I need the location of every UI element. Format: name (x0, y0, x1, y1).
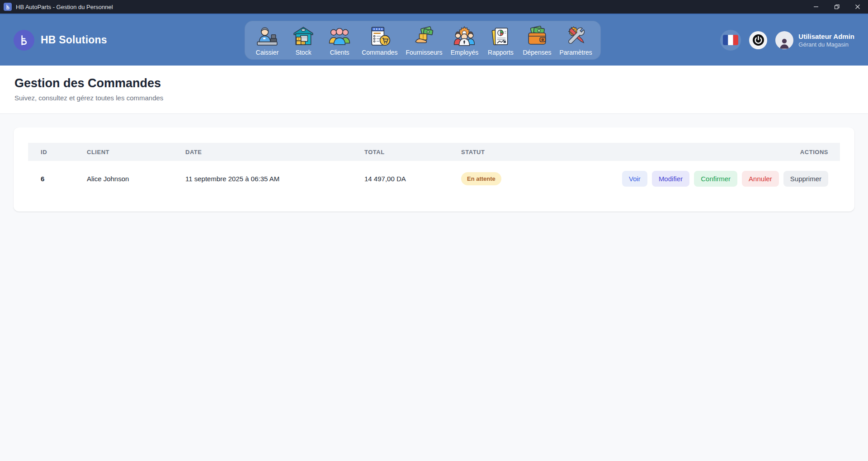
nav-item-label: Commandes (362, 49, 397, 56)
page-heading: Gestion des Commandes Suivez, consultez … (0, 66, 868, 114)
close-button[interactable] (847, 0, 868, 14)
cell-actions: VoirModifierConfirmerAnnulerSupprimer (622, 171, 840, 187)
column-header-total: TOTAL (352, 149, 448, 155)
delete-order-button[interactable]: Supprimer (783, 171, 828, 187)
nav-item-label: Dépenses (523, 49, 551, 56)
maximize-button[interactable] (826, 0, 847, 14)
header-right-cluster: Utilisateur Admin Gérant du Magasin (719, 30, 854, 51)
employees-icon (453, 25, 476, 48)
restore-icon (834, 4, 840, 9)
status-badge: En attente (461, 172, 501, 185)
nav-item-commandes[interactable]: Commandes (362, 25, 397, 56)
nav-item-label: Stock (296, 49, 311, 56)
logout-button[interactable] (749, 31, 767, 49)
brand-logo-icon (14, 30, 34, 51)
confirm-order-button[interactable]: Confirmer (694, 171, 737, 187)
orders-icon (368, 25, 391, 48)
brand-name: HB Solutions (41, 34, 107, 46)
avatar (775, 31, 793, 49)
orders-card: IDCLIENTDATETOTALSTATUTACTIONS 6Alice Jo… (14, 127, 854, 212)
user-silhouette-icon (778, 37, 791, 49)
warehouse-icon (292, 25, 315, 48)
column-header-id: ID (28, 149, 74, 155)
cell-total: 14 497,00 DA (352, 175, 448, 183)
page-subtitle: Suivez, consultez et gérez toutes les co… (14, 94, 854, 102)
nav-item-label: Fournisseurs (406, 49, 443, 56)
main-nav: CaissierStockClientsCommandesFournisseur… (245, 21, 601, 60)
view-order-button[interactable]: Voir (622, 171, 647, 187)
cell-status: En attente (448, 172, 622, 185)
cell-date: 11 septembre 2025 à 06:35 AM (173, 175, 352, 183)
column-header-date: DATE (173, 149, 352, 155)
nav-item-clients[interactable]: Clients (326, 25, 354, 56)
nav-item-depenses[interactable]: Dépenses (523, 25, 551, 56)
clients-icon (328, 25, 351, 48)
nav-item-label: Paramètres (559, 49, 592, 56)
cell-order-id: 6 (28, 175, 74, 183)
window-titlebar: HB AutoParts - Gestion du Personnel (0, 0, 868, 14)
table-body: 6Alice Johnson11 septembre 2025 à 06:35 … (28, 161, 840, 196)
nav-item-rapports[interactable]: Rapports (486, 25, 514, 56)
column-header-actions: ACTIONS (800, 149, 840, 155)
nav-item-caissier[interactable]: Caissier (253, 25, 281, 56)
nav-item-fournisseurs[interactable]: Fournisseurs (406, 25, 443, 56)
nav-item-label: Employés (451, 49, 478, 56)
nav-item-employes[interactable]: Employés (450, 25, 478, 56)
brand: HB Solutions (14, 30, 127, 51)
minimize-icon (813, 4, 819, 9)
nav-item-parametres[interactable]: Paramètres (559, 25, 592, 56)
table-header-row: IDCLIENTDATETOTALSTATUTACTIONS (28, 143, 840, 161)
power-icon (752, 34, 764, 46)
nav-item-label: Caissier (256, 49, 279, 56)
main-content: IDCLIENTDATETOTALSTATUTACTIONS 6Alice Jo… (0, 114, 868, 225)
cell-client: Alice Johnson (74, 175, 173, 183)
minimize-button[interactable] (806, 0, 826, 14)
edit-order-button[interactable]: Modifier (652, 171, 689, 187)
table-row: 6Alice Johnson11 septembre 2025 à 06:35 … (28, 161, 840, 196)
user-name: Utilisateur Admin (798, 32, 854, 41)
app-header: HB Solutions CaissierStockClientsCommand… (0, 14, 868, 66)
france-flag-icon (723, 35, 738, 45)
user-menu[interactable]: Utilisateur Admin Gérant du Magasin (775, 31, 854, 49)
language-button[interactable] (720, 30, 741, 51)
app-logo-icon (4, 3, 12, 11)
column-header-statut: STATUT (448, 149, 800, 155)
suppliers-icon (413, 25, 435, 48)
user-role: Gérant du Magasin (798, 41, 854, 48)
cancel-order-button[interactable]: Annuler (742, 171, 779, 187)
column-header-client: CLIENT (74, 149, 173, 155)
reports-icon (489, 25, 512, 48)
cashier-icon (256, 25, 278, 48)
close-icon (855, 4, 860, 9)
nav-item-label: Clients (330, 49, 349, 56)
user-info: Utilisateur Admin Gérant du Magasin (798, 32, 854, 48)
nav-item-label: Rapports (488, 49, 514, 56)
page-title: Gestion des Commandes (14, 76, 854, 90)
settings-icon (565, 25, 587, 48)
nav-item-stock[interactable]: Stock (289, 25, 317, 56)
expenses-icon (526, 25, 548, 48)
window-title: HB AutoParts - Gestion du Personnel (16, 4, 113, 10)
